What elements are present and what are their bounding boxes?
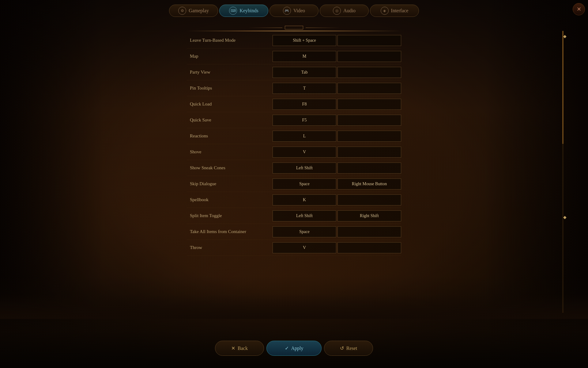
keybind-bindings: Space [273,226,401,237]
keybind-primary-slot[interactable]: L [273,131,336,142]
nav-tab-audio[interactable]: ◎ Audio [320,5,369,17]
video-tab-icon: 🎮 [283,7,291,15]
keybind-bindings: Shift + Space [273,35,401,46]
keybinds-tab-icon: ⌨ [229,7,237,15]
keybind-label-party-view: Party View [187,70,273,75]
keybind-secondary-slot[interactable] [337,35,401,46]
keybind-secondary-slot[interactable] [337,99,401,110]
keybind-bindings: F5 [273,115,401,126]
video-tab-label: Video [293,8,305,13]
keybind-row: ThrowV [187,240,401,256]
apply-icon: ✓ [285,345,289,351]
keybind-primary-slot[interactable]: Left Shift [273,163,336,174]
keybind-primary-slot[interactable]: Tab [273,67,336,78]
keybind-row: Party ViewTab [187,64,401,80]
keybind-secondary-slot[interactable]: Right Shift [337,210,401,221]
interface-tab-icon: ◈ [381,7,389,15]
keybind-bindings: Left Shift [273,163,401,174]
keybind-primary-slot[interactable]: F5 [273,115,336,126]
keybind-label-reactions: Reactions [187,133,273,139]
keybind-label-throw: Throw [187,245,273,250]
keybinds-panel: Leave Turn-Based ModeShift + SpaceMapMPa… [187,21,401,256]
reset-icon: ↺ [340,345,344,351]
keybind-row: Leave Turn-Based ModeShift + Space [187,33,401,48]
keybind-bindings: F8 [273,99,401,110]
keybind-row: ReactionsL [187,128,401,144]
keybind-label-spellbook: Spellbook [187,197,273,202]
keybind-primary-slot[interactable]: F8 [273,99,336,110]
keybind-label-quick-load: Quick Load [187,102,273,107]
keybind-primary-slot[interactable]: V [273,147,336,158]
keybind-bindings: V [273,147,401,158]
keybind-primary-slot[interactable]: Space [273,226,336,237]
action-bar: ✕ Back ✓ Apply ↺ Reset [202,341,386,356]
scroll-down-area: ◆ [563,215,567,220]
keybind-row: Take All Items from ContainerSpace [187,224,401,240]
keybind-secondary-slot[interactable] [337,226,401,237]
back-icon: ✕ [231,345,235,351]
back-button[interactable]: ✕ Back [215,341,264,356]
keybind-label-show-sneak-cones: Show Sneak Cones [187,165,273,171]
keybind-label-shove: Shove [187,149,273,155]
keybind-secondary-slot[interactable] [337,131,401,142]
keybind-row: Skip DialogueSpaceRight Mouse Button [187,176,401,192]
keybind-secondary-slot[interactable] [337,51,401,62]
keybind-row: Split Item ToggleLeft ShiftRight Shift [187,208,401,224]
scroll-up-arrow[interactable]: ◆ [563,34,567,39]
keybind-label-leave-turn-based-mode: Leave Turn-Based Mode [187,38,273,43]
reset-button[interactable]: ↺ Reset [324,341,373,356]
keybind-bindings: V [273,242,401,253]
close-button[interactable]: ✕ [573,3,585,15]
keybind-secondary-slot[interactable] [337,194,401,205]
gameplay-tab-icon: ⚙ [178,7,186,15]
keybind-list: Leave Turn-Based ModeShift + SpaceMapMPa… [187,33,401,256]
nav-tab-keybinds[interactable]: ⌨ Keybinds [219,5,268,17]
audio-tab-label: Audio [343,8,356,13]
keybind-bindings: K [273,194,401,205]
scroll-down-arrow[interactable]: ◆ [563,215,567,220]
nav-bar: ⚙ Gameplay ⌨ Keybinds 🎮 Video ◎ Audio ◈ … [0,0,588,21]
keybind-label-pin-tooltips: Pin Tooltips [187,86,273,91]
keybind-secondary-slot[interactable]: Right Mouse Button [337,178,401,190]
keybind-row: Show Sneak ConesLeft Shift [187,160,401,176]
keybind-label-quick-save: Quick Save [187,117,273,123]
keybind-row: Pin TooltipsT [187,80,401,96]
keybind-label-map: Map [187,54,273,59]
keybind-primary-slot[interactable]: V [273,242,336,253]
keybinds-tab-label: Keybinds [239,8,258,13]
keybind-bindings: Left ShiftRight Shift [273,210,401,221]
keybind-label-take-all-items-from-container: Take All Items from Container [187,229,273,234]
apply-label: Apply [291,346,303,351]
keybind-primary-slot[interactable]: Left Shift [273,210,336,221]
keybind-primary-slot[interactable]: M [273,51,336,62]
back-label: Back [238,346,248,351]
keybind-row: Quick LoadF8 [187,96,401,112]
keybind-primary-slot[interactable]: Shift + Space [273,35,336,46]
keybind-secondary-slot[interactable] [337,163,401,174]
keybind-primary-slot[interactable]: T [273,83,336,94]
keybind-secondary-slot[interactable] [337,242,401,253]
keybind-primary-slot[interactable]: K [273,194,336,205]
close-icon: ✕ [577,6,581,13]
keybind-row: MapM [187,48,401,64]
nav-tab-gameplay[interactable]: ⚙ Gameplay [169,5,218,17]
keybind-row: Quick SaveF5 [187,112,401,128]
keybind-secondary-slot[interactable] [337,67,401,78]
keybind-secondary-slot[interactable] [337,115,401,126]
keybind-row: ShoveV [187,144,401,160]
keybind-bindings: SpaceRight Mouse Button [273,178,401,190]
keybind-secondary-slot[interactable] [337,83,401,94]
gameplay-tab-label: Gameplay [189,8,209,13]
keybind-row: SpellbookK [187,192,401,208]
keybind-primary-slot[interactable]: Space [273,178,336,190]
scrollbar-track [562,31,564,313]
keybind-bindings: L [273,131,401,142]
audio-tab-icon: ◎ [333,7,341,15]
keybind-bindings: T [273,83,401,94]
apply-button[interactable]: ✓ Apply [266,341,322,356]
keybind-label-skip-dialogue: Skip Dialogue [187,181,273,186]
keybind-secondary-slot[interactable] [337,147,401,158]
nav-tab-interface[interactable]: ◈ Interface [370,5,419,17]
keybind-label-split-item-toggle: Split Item Toggle [187,213,273,218]
nav-tab-video[interactable]: 🎮 Video [270,5,318,17]
